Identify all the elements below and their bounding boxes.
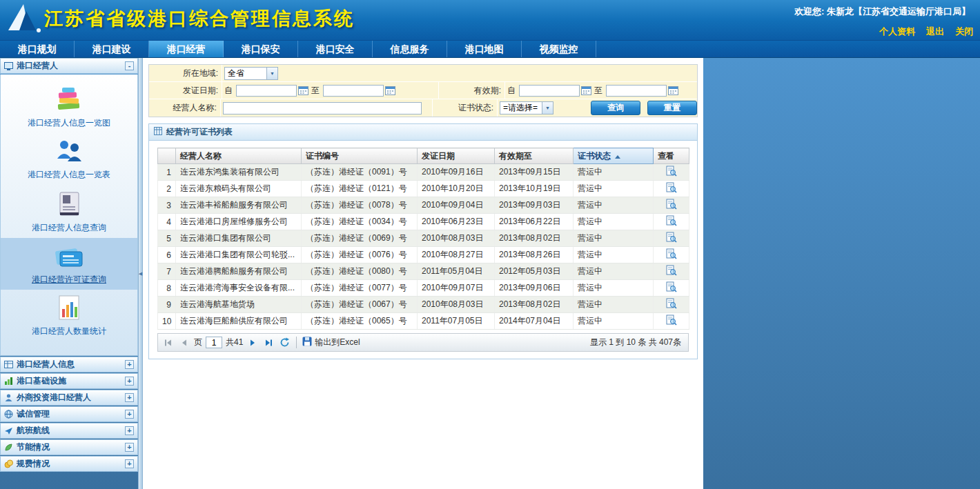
first-page-button[interactable] [162,337,175,349]
query-button[interactable]: 查询 [591,101,640,115]
sidebar-item-statistics[interactable]: 港口经营人数量统计 [1,290,137,341]
sidebar-panel-foreign-investors[interactable]: 外商投资港口经营人 + [0,390,138,406]
sidebar-panel-title: 港口经营人 [17,60,58,72]
valid-until-cell: 2013年09月06日 [495,280,574,297]
last-page-button[interactable] [262,337,275,349]
row-number: 10 [158,313,176,330]
people-icon [1,138,137,166]
expand-button[interactable]: + [125,410,134,419]
table-row[interactable]: 10 连云港海巨船舶供应有限公司 （苏连）港经证（0065）号 2011年07月… [158,313,689,330]
status-cell: 营运中 [574,230,654,247]
view-detail-icon[interactable] [666,265,677,276]
sidebar-panel-operators[interactable]: 港口经营人 - [0,58,138,74]
calendar-icon[interactable] [580,85,592,96]
table-row[interactable]: 7 连云港港腾船舶服务有限公司 （苏连）港经证（0080）号 2011年05月0… [158,263,689,280]
license-card-icon [1,243,137,270]
column-header-cert-no[interactable]: 证书编号 [302,148,418,164]
expand-button[interactable]: + [125,393,134,402]
nav-tab[interactable]: 港口地图 [447,41,522,57]
issue-date-from-input[interactable] [236,85,297,97]
sidebar-panel-fees[interactable]: 规费情况 + [0,456,138,472]
column-header-status[interactable]: 证书状态 [574,148,654,164]
header-link[interactable]: 个人资料 [879,26,915,38]
header-link[interactable]: 关闭 [955,26,973,38]
export-excel-label: 输出到Excel [315,337,360,348]
coins-icon [4,459,13,468]
refresh-button[interactable] [278,337,291,349]
globe-icon [4,410,13,419]
expand-button[interactable]: + [125,360,134,369]
region-select-value: 全省 [225,68,266,79]
sidebar-item-license-query[interactable]: 港口经营许可证查询 [1,238,137,290]
table-row[interactable]: 8 连云港港湾海事安全设备有限... （苏连）港经证（0077）号 2010年0… [158,280,689,297]
view-detail-icon[interactable] [666,298,677,309]
operator-name-cell: 连云港丰裕船舶服务有限公司 [176,197,302,214]
sidebar-item-label: 港口经营人数量统计 [1,326,137,337]
view-detail-icon[interactable] [666,215,677,226]
issue-date-cell: 2010年08月03日 [418,230,495,247]
welcome-text: 欢迎您: 朱新龙【江苏省交通运输厅港口局】 [794,6,970,18]
prev-page-button[interactable] [178,337,190,349]
view-detail-icon[interactable] [666,166,677,177]
issue-date-to-input[interactable] [323,85,384,97]
header-link[interactable]: 退出 [926,26,944,38]
collapse-button[interactable]: - [125,61,134,70]
column-header-valid-until[interactable]: 有效期至 [495,148,574,164]
sidebar-item-overview-table[interactable]: 港口经营人信息一览表 [1,133,137,185]
nav-tab[interactable]: 港口规划 [0,41,75,57]
table-row[interactable]: 4 连云港港口房屋维修服务公司 （苏连）港经证（0034）号 2010年06月2… [158,214,689,230]
column-header-view[interactable]: 查看 [654,148,689,164]
expand-button[interactable]: + [125,377,134,386]
nav-tab[interactable]: 港口经营 [149,41,224,57]
nav-tab[interactable]: 视频监控 [522,41,596,57]
table-row[interactable]: 6 连云港港口集团有限公司轮驳... （苏连）港经证（0076）号 2010年0… [158,247,689,263]
view-detail-icon[interactable] [666,232,677,243]
expand-button[interactable]: + [125,426,134,435]
person-icon [4,393,13,402]
next-page-button[interactable] [246,337,259,349]
nav-tab[interactable]: 信息服务 [373,41,447,57]
page-input[interactable] [206,337,222,348]
sidebar-item-overview-map[interactable]: 港口经营人信息一览图 [1,80,137,133]
cert-status-select[interactable]: =请选择= ▼ [500,101,553,114]
sidebar-panel-integrity[interactable]: 诚信管理 + [0,406,138,422]
view-detail-icon[interactable] [666,248,677,259]
table-row[interactable]: 1 连云港东鸿集装箱有限公司 （苏连）港经证（0091）号 2010年09月16… [158,164,689,181]
sidebar-panel-routes[interactable]: 航班航线 + [0,423,138,439]
route-icon [4,426,13,435]
table-row[interactable]: 3 连云港丰裕船舶服务有限公司 （苏连）港经证（0078）号 2010年09月0… [158,197,689,214]
validity-label: 有效期: [439,82,505,99]
validity-to-input[interactable] [606,85,667,97]
valid-until-cell: 2014年07月04日 [495,313,574,330]
calendar-icon[interactable] [297,85,309,96]
status-cell: 营运中 [574,181,654,197]
operator-name-input[interactable] [223,102,422,114]
table-row[interactable]: 9 连云港海航基地货场 （苏连）港经证（0067）号 2010年08月03日 2… [158,297,689,313]
calendar-icon[interactable] [667,85,679,96]
view-detail-icon[interactable] [666,315,677,326]
column-header-issue-date[interactable]: 发证日期 [418,148,495,164]
view-detail-icon[interactable] [666,199,677,210]
column-header-name[interactable]: 经营人名称 [176,148,302,164]
reset-button[interactable]: 重置 [647,101,697,115]
export-excel-button[interactable]: 输出到Excel [302,337,360,348]
view-detail-icon[interactable] [666,182,677,193]
nav-tab[interactable]: 港口安全 [298,41,373,57]
table-row[interactable]: 2 连云港东粮码头有限公司 （苏连）港经证（0121）号 2010年10月20日… [158,181,689,197]
view-detail-icon[interactable] [666,281,677,292]
expand-button[interactable]: + [125,459,134,468]
table-wrap: 经营人名称 证书编号 发证日期 有效期至 证书状态 查看 [149,141,697,359]
sidebar-panel-energy[interactable]: 节能情况 + [0,439,138,455]
sidebar-panel-infrastructure[interactable]: 港口基础设施 + [0,373,138,389]
valid-until-cell: 2013年06月22日 [495,214,574,230]
sidebar-item-info-query[interactable]: 港口经营人信息查询 [1,185,137,238]
region-select[interactable]: 全省 ▼ [224,67,278,80]
sidebar-splitter[interactable]: ◀ [138,58,143,489]
sidebar-panel-operator-info[interactable]: 港口经营人信息 + [0,357,138,372]
expand-button[interactable]: + [125,443,134,452]
validity-from-input[interactable] [519,85,580,97]
table-row[interactable]: 5 连云港港口集团有限公司 （苏连）港经证（0069）号 2010年08月03日… [158,230,689,247]
nav-tab[interactable]: 港口建设 [75,41,149,57]
nav-tab[interactable]: 港口保安 [224,41,298,57]
calendar-icon[interactable] [384,85,396,96]
